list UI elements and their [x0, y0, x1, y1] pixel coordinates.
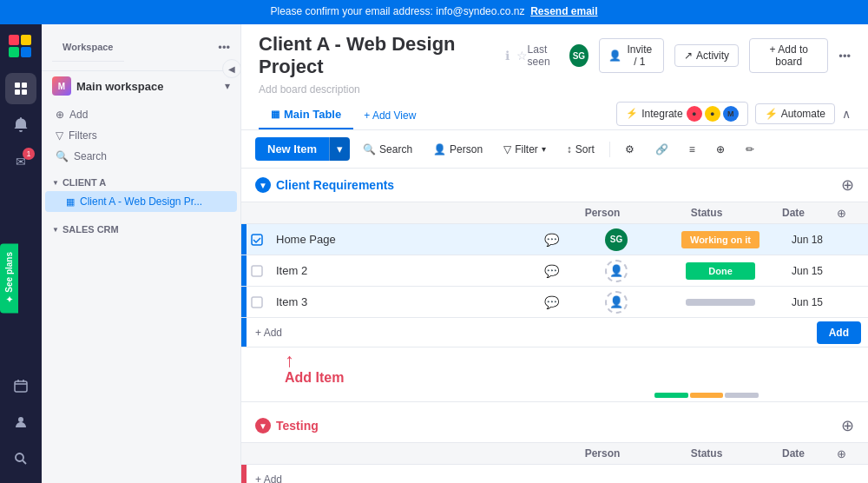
edit-icon: ✏ — [746, 143, 754, 155]
row-person[interactable]: SG — [564, 228, 668, 251]
add-row-1[interactable]: + Add Add — [241, 318, 868, 347]
col-add-icon-2[interactable]: ⊕ — [828, 447, 854, 460]
invite-label: Invite / 1 — [625, 43, 655, 68]
add-row-2[interactable]: + Add — [241, 465, 868, 483]
sales-crm-section[interactable]: ▼ Sales CRM — [42, 221, 240, 238]
tool-1-icon: ⚙ — [625, 143, 635, 155]
table-row[interactable]: Item 2 💬 👤 Done Jun 15 — [241, 255, 868, 287]
col-add-icon-1[interactable]: ⊕ — [828, 207, 854, 220]
row-checkbox[interactable] — [247, 265, 267, 277]
info-icon[interactable]: ℹ — [505, 49, 510, 63]
sales-crm-label: Sales CRM — [62, 224, 119, 235]
integrate-button[interactable]: ⚡ Integrate ● ● M — [616, 102, 747, 126]
new-item-main-button[interactable]: New Item — [255, 137, 329, 161]
status-badge: Working on it — [681, 231, 760, 248]
tool-2-button[interactable]: 🔗 — [648, 139, 676, 160]
row-status[interactable]: Working on it — [668, 231, 773, 248]
sidebar-item-client-a-web-design[interactable]: ▦ Client A - Web Design Pr... — [45, 191, 237, 212]
row-status[interactable]: Done — [668, 262, 773, 280]
search-sidebar-icon: 🔍 — [56, 150, 69, 162]
row-comment-icon[interactable]: 💬 — [538, 233, 564, 247]
group-client-requirements-header[interactable]: ▼ Client Requirements ⊕ — [241, 169, 868, 202]
board-icon: ▦ — [66, 196, 75, 208]
group-toggle-testing-icon[interactable]: ▼ — [255, 418, 271, 433]
row-person[interactable]: 👤 — [564, 291, 668, 314]
star-icon[interactable]: ☆ — [516, 49, 528, 63]
workspace-chevron-icon: ▾ — [225, 80, 230, 92]
svg-rect-16 — [252, 266, 262, 276]
svg-rect-15 — [252, 235, 262, 245]
group-add-icon[interactable]: ⊕ — [841, 175, 854, 195]
add-row-input-2[interactable]: + Add — [247, 468, 868, 484]
group-toggle-icon[interactable]: ▼ — [255, 177, 271, 193]
row-comment-icon[interactable]: 💬 — [538, 264, 564, 278]
person-empty: 👤 — [605, 291, 628, 314]
add-view-button[interactable]: + Add View — [353, 103, 426, 129]
last-seen-label: Last seen — [528, 43, 565, 68]
group-1-rows: Home Page 💬 SG Working on it Jun 18 — [241, 224, 868, 318]
svg-rect-7 — [22, 89, 27, 95]
person-invite-icon: 👤 — [608, 50, 621, 62]
person-bottom-icon[interactable] — [5, 407, 36, 438]
sidebar-collapse-button[interactable]: ◀ — [222, 59, 241, 78]
zoom-icon: ⊕ — [716, 143, 725, 155]
app-logo[interactable] — [7, 33, 35, 61]
tool-3-button[interactable]: ≡ — [681, 139, 703, 160]
tab-main-table[interactable]: ▦ Main Table — [259, 101, 353, 129]
row-name: Item 3 — [267, 288, 538, 315]
client-a-header[interactable]: ▼ CLIENT A — [42, 174, 240, 191]
workspace-more-icon[interactable]: ••• — [218, 41, 230, 54]
group-testing-header[interactable]: ▼ Testing ⊕ — [241, 409, 868, 442]
board-description[interactable]: Add board description — [259, 83, 851, 101]
inbox-icon[interactable]: ✉ 1 — [5, 146, 36, 177]
group-testing-add-icon[interactable]: ⊕ — [841, 416, 854, 435]
add-row-input[interactable]: + Add — [247, 321, 817, 344]
new-item-dropdown-button[interactable]: ▾ — [329, 137, 350, 161]
home-icon[interactable] — [5, 73, 36, 104]
activity-button[interactable]: ↗ Activity — [674, 44, 739, 67]
collapse-icon[interactable]: ∧ — [842, 107, 851, 121]
add-button[interactable]: ⊕ Add — [42, 104, 240, 125]
row-name: Home Page — [267, 226, 538, 253]
add-label: Add — [69, 109, 88, 121]
row-status[interactable] — [668, 299, 773, 306]
bell-icon[interactable] — [5, 109, 36, 141]
svg-rect-0 — [9, 35, 19, 45]
add-view-label: + Add View — [364, 109, 416, 122]
calendar-icon[interactable] — [5, 370, 36, 401]
int-icon-gmail: M — [723, 106, 739, 122]
row-comment-icon[interactable]: 💬 — [538, 295, 564, 309]
add-to-board-button[interactable]: + Add to board — [749, 38, 828, 73]
filter-toolbar-button[interactable]: ▽ Filter ▾ — [496, 139, 554, 160]
sort-toolbar-button[interactable]: ↕ Sort — [559, 139, 602, 160]
workspace-row[interactable]: M Main workspace ▾ — [42, 71, 240, 101]
automate-button[interactable]: ⚡ Automate — [755, 103, 835, 124]
row-person[interactable]: 👤 — [564, 260, 668, 282]
tool-1-button[interactable]: ⚙ — [617, 139, 642, 160]
toolbar-separator-1 — [609, 142, 610, 157]
add-icon: ⊕ — [56, 109, 64, 121]
row-checkbox[interactable] — [247, 296, 267, 308]
search-rail-icon[interactable] — [5, 443, 36, 474]
table-row[interactable]: Home Page 💬 SG Working on it Jun 18 — [241, 224, 868, 255]
see-plans-tab[interactable]: ✦ See plans — [0, 243, 18, 313]
last-seen-avatar: SG — [569, 44, 588, 67]
main-header: Client A - Web Design Project ℹ ☆ Last s… — [241, 24, 868, 130]
svg-rect-17 — [252, 297, 262, 308]
filters-button[interactable]: ▽ Filters — [42, 125, 240, 146]
toolbar: New Item ▾ 🔍 Search 👤 Person ▽ Filter ▾ … — [241, 130, 868, 169]
row-checkbox[interactable] — [247, 234, 267, 246]
resend-email-link[interactable]: Resend email — [530, 5, 597, 17]
person-toolbar-button[interactable]: 👤 Person — [425, 139, 490, 160]
add-inline-button[interactable]: Add — [817, 321, 861, 344]
group-col-headers-2: Person Status Date ⊕ — [241, 442, 868, 465]
progress-segment-working — [690, 393, 724, 398]
header-more-icon[interactable]: ••• — [838, 50, 851, 63]
table-row[interactable]: Item 3 💬 👤 Jun 15 — [241, 287, 868, 318]
invite-button[interactable]: 👤 Invite / 1 — [599, 38, 665, 73]
tool-4-button[interactable]: ⊕ — [708, 139, 733, 160]
tool-5-button[interactable]: ✏ — [738, 139, 762, 160]
filter-icon: ▽ — [56, 129, 63, 142]
search-toolbar-button[interactable]: 🔍 Search — [355, 139, 420, 160]
search-sidebar-button[interactable]: 🔍 Search — [42, 146, 240, 167]
